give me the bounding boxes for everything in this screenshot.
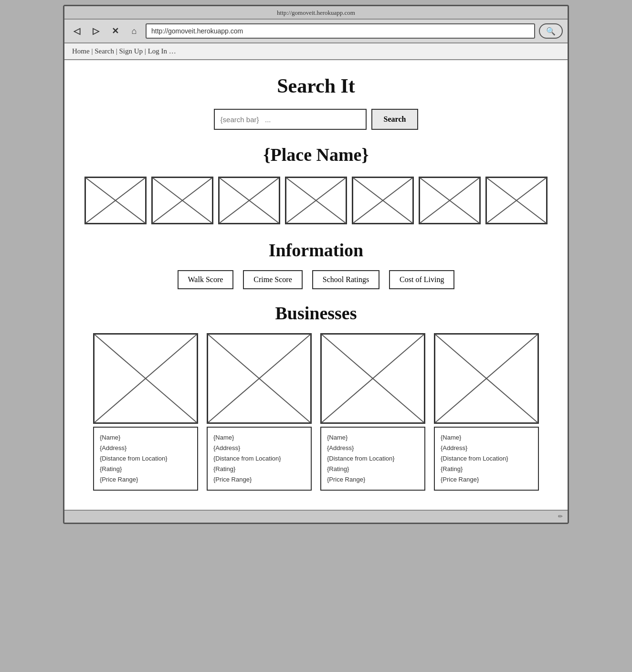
business-info-1: {Name} {Address} {Distance from Location… — [93, 427, 198, 491]
business-distance-1: {Distance from Location} — [100, 453, 191, 464]
business-image-4 — [434, 333, 539, 424]
business-card-2: {Name} {Address} {Distance from Location… — [207, 333, 312, 491]
business-address-1: {Address} — [100, 443, 191, 453]
page-title: Search It — [84, 74, 548, 97]
business-image-2 — [207, 333, 312, 424]
thumbnail-1 — [84, 177, 147, 224]
business-address-2: {Address} — [213, 443, 305, 453]
place-name: {Place Name} — [84, 144, 548, 165]
business-image-1 — [93, 333, 198, 424]
tab-url: http://gomoveit.herokuapp.com — [277, 9, 355, 16]
nav-separator-3: | — [145, 47, 148, 55]
status-icon: ✏ — [558, 513, 563, 520]
business-info-3: {Name} {Address} {Distance from Location… — [320, 427, 425, 491]
business-image-3 — [320, 333, 425, 424]
nav-search[interactable]: Search — [95, 47, 114, 55]
search-section: Search It Search — [84, 74, 548, 130]
business-rating-1: {Rating} — [100, 464, 191, 474]
nav-more: … — [169, 47, 176, 55]
home-button[interactable]: ⌂ — [126, 23, 142, 39]
business-name-1: {Name} — [100, 432, 191, 443]
school-ratings-button[interactable]: School Ratings — [312, 270, 379, 289]
search-row: Search — [84, 109, 548, 130]
business-distance-3: {Distance from Location} — [327, 453, 419, 464]
search-icon: 🔍 — [546, 27, 556, 36]
browser-search-button[interactable]: 🔍 — [539, 23, 563, 39]
browser-window: http://gomoveit.herokuapp.com ◁ ▷ ✕ ⌂ 🔍 … — [63, 5, 569, 524]
business-cards-row: {Name} {Address} {Distance from Location… — [84, 333, 548, 491]
address-bar[interactable] — [146, 23, 535, 39]
thumbnail-3 — [218, 177, 280, 224]
business-card-3: {Name} {Address} {Distance from Location… — [320, 333, 425, 491]
thumbnail-6 — [419, 177, 481, 224]
businesses-title: Businesses — [84, 303, 548, 324]
business-info-4: {Name} {Address} {Distance from Location… — [434, 427, 539, 491]
nav-login[interactable]: Log In — [148, 47, 167, 55]
business-rating-4: {Rating} — [441, 464, 532, 474]
cost-of-living-button[interactable]: Cost of Living — [389, 270, 454, 289]
nav-separator-2: | — [116, 47, 119, 55]
walk-score-button[interactable]: Walk Score — [178, 270, 234, 289]
nav-signup[interactable]: Sign Up — [119, 47, 143, 55]
forward-button[interactable]: ▷ — [88, 23, 104, 39]
business-price-3: {Price Range} — [327, 474, 419, 485]
business-card-1: {Name} {Address} {Distance from Location… — [93, 333, 198, 491]
business-card-4: {Name} {Address} {Distance from Location… — [434, 333, 539, 491]
business-rating-2: {Rating} — [213, 464, 305, 474]
browser-tab-bar: http://gomoveit.herokuapp.com — [64, 6, 568, 20]
info-buttons-row: Walk Score Crime Score School Ratings Co… — [84, 270, 548, 289]
thumbnail-7 — [485, 177, 548, 224]
business-distance-2: {Distance from Location} — [213, 453, 305, 464]
business-price-1: {Price Range} — [100, 474, 191, 485]
thumbnail-4 — [285, 177, 347, 224]
browser-toolbar: ◁ ▷ ✕ ⌂ 🔍 — [64, 20, 568, 43]
business-address-4: {Address} — [441, 443, 532, 453]
business-rating-3: {Rating} — [327, 464, 419, 474]
business-info-2: {Name} {Address} {Distance from Location… — [207, 427, 312, 491]
thumbnails-row — [84, 177, 548, 224]
business-name-2: {Name} — [213, 432, 305, 443]
status-bar: ✏ — [64, 510, 568, 523]
information-section: Information Walk Score Crime Score Schoo… — [84, 240, 548, 289]
business-distance-4: {Distance from Location} — [441, 453, 532, 464]
nav-bar: Home | Search | Sign Up | Log In … — [64, 43, 568, 60]
nav-home[interactable]: Home — [72, 47, 90, 55]
thumbnail-5 — [352, 177, 414, 224]
business-price-2: {Price Range} — [213, 474, 305, 485]
business-name-4: {Name} — [441, 432, 532, 443]
business-price-4: {Price Range} — [441, 474, 532, 485]
business-address-3: {Address} — [327, 443, 419, 453]
close-button[interactable]: ✕ — [107, 23, 123, 39]
business-name-3: {Name} — [327, 432, 419, 443]
back-button[interactable]: ◁ — [69, 23, 84, 39]
place-name-section: {Place Name} — [84, 144, 548, 165]
page-content: Search It Search {Place Name} — [64, 60, 568, 510]
search-button[interactable]: Search — [371, 109, 419, 130]
businesses-section: Businesses {Name} {Address} {Distance fr… — [84, 303, 548, 491]
search-input[interactable] — [214, 109, 367, 130]
thumbnail-2 — [151, 177, 213, 224]
information-title: Information — [84, 240, 548, 261]
crime-score-button[interactable]: Crime Score — [243, 270, 302, 289]
